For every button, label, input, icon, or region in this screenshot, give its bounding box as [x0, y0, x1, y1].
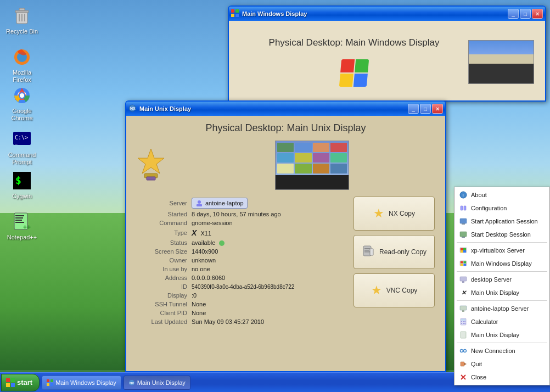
desktop-icon-notepadpp[interactable]: ++ Notepad++: [3, 209, 41, 243]
info-owner-row: Owner unknown: [134, 256, 348, 265]
desktop-server-label: desktop Server: [471, 276, 512, 283]
close-button[interactable]: ✕: [532, 9, 543, 19]
minimize-button[interactable]: _: [508, 9, 519, 19]
svg-rect-20: [15, 220, 22, 221]
desktop-server-icon: [459, 275, 468, 284]
menu-desktop-server[interactable]: desktop Server: [454, 273, 549, 286]
nx-copy-label: NX Copy: [389, 210, 415, 217]
desktop-icon-cygwin[interactable]: $ Cygwin: [3, 167, 41, 202]
windows-window-icon: [231, 9, 240, 18]
menu-calculator[interactable]: Calculator: [454, 315, 549, 328]
desktop-icon-chrome[interactable]: Google Chrome: [3, 82, 41, 124]
menu-separator-2: [457, 271, 547, 272]
info-screen-row: Screen Size 1440x900: [134, 247, 348, 256]
start-button[interactable]: start: [1, 374, 40, 391]
vnc-copy-icon: ★: [371, 283, 382, 298]
svg-point-11: [20, 93, 24, 98]
new-connection-label: New Connection: [471, 348, 515, 354]
svg-rect-45: [460, 232, 467, 237]
svg-rect-50: [461, 250, 463, 253]
id-value: 540390f0-8a0c-4dba-a52d-6b968bd8c722: [189, 282, 348, 291]
menu-configuration[interactable]: Configuration: [454, 201, 549, 215]
type-label: Type: [134, 227, 189, 238]
server-label: Server: [134, 197, 189, 210]
svg-rect-64: [463, 321, 464, 322]
desktop-icon-recycle-bin[interactable]: Recycle Bin: [3, 3, 41, 37]
main-windows-titlebar[interactable]: Main Windows Display _ □ ✕: [229, 7, 545, 21]
info-command-row: Command gnome-session: [134, 219, 348, 227]
maximize-button[interactable]: □: [520, 9, 531, 19]
svg-point-71: [464, 350, 467, 352]
svg-text:$: $: [15, 175, 21, 186]
svg-rect-19: [15, 217, 23, 219]
svg-rect-67: [463, 323, 464, 324]
readonly-copy-button[interactable]: Read-only Copy: [353, 235, 435, 269]
svg-rect-69: [461, 332, 466, 338]
svg-rect-79: [6, 383, 10, 387]
main-unix-2-icon: [459, 331, 468, 339]
menu-separator-3: [457, 300, 547, 301]
menu-start-app-session[interactable]: Start Application Session: [454, 215, 549, 228]
unix-body: Physical Desktop: Main Unix Display: [126, 116, 445, 372]
start-app-icon: [459, 217, 468, 226]
started-label: Started: [134, 210, 189, 219]
info-inuse-row: In use by no one: [134, 265, 348, 273]
svg-rect-83: [47, 383, 49, 386]
start-desktop-icon: [459, 230, 468, 239]
vnc-copy-button[interactable]: ★ VNC Copy: [353, 273, 435, 307]
taskbar-main-windows[interactable]: Main Windows Display: [42, 376, 121, 390]
svg-rect-59: [460, 306, 467, 310]
menu-main-unix-2[interactable]: Main Unix Display: [454, 328, 549, 341]
svg-rect-33: [197, 204, 202, 206]
chrome-label: Google Chrome: [5, 108, 39, 122]
menu-new-connection[interactable]: New Connection: [454, 344, 549, 357]
unix-info-table: Server antoine-laptop Started 8 days, 10…: [134, 197, 348, 326]
cmdprompt-icon: C:\> _: [11, 128, 33, 150]
menu-about[interactable]: i About: [454, 188, 549, 201]
close-menu-icon: [459, 373, 468, 382]
taskbar-main-unix[interactable]: NX Main Unix Display: [124, 376, 190, 390]
status-value: available: [192, 239, 215, 246]
menu-quit[interactable]: Quit: [454, 357, 549, 371]
info-updated-row: Last Updated Sun May 09 03:45:27 2010: [134, 317, 348, 326]
svg-rect-66: [461, 323, 462, 324]
menu-main-windows[interactable]: Main Windows Display: [454, 257, 549, 270]
desktop-icon-cmdprompt[interactable]: C:\> _ Command Prompt: [3, 126, 41, 168]
unix-minimize-button[interactable]: _: [408, 104, 419, 114]
info-type-row: Type X X11: [134, 227, 348, 238]
unix-close-button[interactable]: ✕: [432, 104, 443, 114]
nx-copy-icon: ★: [373, 206, 384, 221]
nx-copy-button[interactable]: ★ NX Copy: [353, 197, 435, 231]
menu-xp-virtualbox[interactable]: xp-virtualbox Server: [454, 244, 549, 257]
notepadpp-icon: ++: [11, 211, 33, 233]
menu-close[interactable]: Close: [454, 371, 549, 384]
recycle-bin-label: Recycle Bin: [6, 28, 38, 35]
menu-start-desktop-session[interactable]: Start Desktop Session: [454, 228, 549, 241]
notepadpp-label: Notepad++: [7, 234, 37, 241]
svg-text:NX: NX: [130, 382, 134, 385]
main-windows-body: Physical Desktop: Main Windows Display: [229, 21, 545, 102]
xp-virtualbox-icon: [459, 246, 468, 255]
desktop-icon-firefox[interactable]: Mozilla Firefox: [3, 44, 41, 86]
svg-rect-25: [231, 14, 234, 17]
svg-rect-44: [462, 223, 465, 225]
svg-rect-63: [461, 321, 462, 322]
svg-rect-24: [235, 9, 239, 13]
unix-titlebar[interactable]: NX Main Unix Display _ □ ✕: [126, 102, 445, 116]
svg-rect-56: [464, 264, 467, 266]
unix-maximize-button[interactable]: □: [420, 104, 431, 114]
quit-icon: [459, 360, 468, 368]
main-windows-controls: _ □ ✕: [508, 9, 543, 19]
menu-main-unix[interactable]: ✕ Main Unix Display: [454, 286, 549, 299]
menu-antoine-server[interactable]: antoine-laptop Server: [454, 302, 549, 315]
svg-rect-38: [370, 249, 373, 255]
status-indicator: [219, 240, 225, 246]
cygwin-icon: $: [11, 170, 33, 192]
address-label: Address: [134, 273, 189, 282]
svg-text:i: i: [463, 193, 464, 198]
firefox-label: Mozilla Firefox: [5, 69, 39, 83]
svg-rect-23: [231, 9, 234, 13]
svg-rect-68: [464, 323, 465, 324]
svg-point-70: [461, 350, 463, 352]
main-windows-body-title: Physical Desktop: Main Windows Display: [240, 37, 468, 87]
